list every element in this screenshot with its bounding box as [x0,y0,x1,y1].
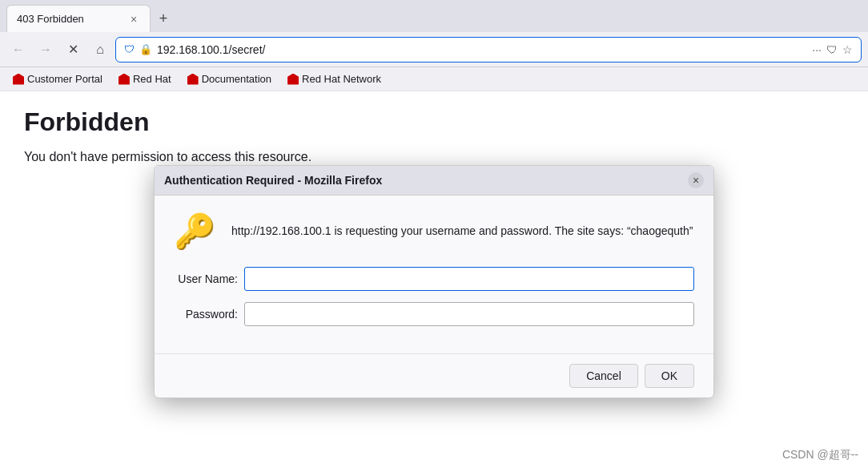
bookmark-star-icon[interactable]: ☆ [842,43,853,56]
back-button[interactable]: ← [6,38,30,62]
auth-dialog: Authentication Required - Mozilla Firefo… [154,165,714,398]
active-tab[interactable]: 403 Forbidden × [6,5,151,32]
key-icon: 🔑 [174,212,215,251]
address-actions: ··· 🛡 ☆ [812,43,853,56]
dialog-titlebar: Authentication Required - Mozilla Firefo… [155,166,713,196]
bookmark-red-hat[interactable]: Red Hat [112,71,178,87]
browser-window: 403 Forbidden × + ← → ✕ ⌂ 🛡 🔒 192.168.10… [0,0,868,472]
password-row: Password: [174,302,694,326]
lock-icon: 🔒 [139,43,152,55]
message-row: 🔑 http://192.168.100.1 is requesting you… [174,212,694,251]
dialog-footer: Cancel OK [155,353,713,397]
dialog-title: Authentication Required - Mozilla Firefo… [164,174,382,187]
new-tab-button[interactable]: + [152,7,175,30]
red-hat-network-favicon-icon [287,74,299,85]
modal-overlay: Authentication Required - Mozilla Firefo… [0,91,868,472]
bookmark-label: Customer Portal [27,73,102,85]
ok-button[interactable]: OK [645,364,694,388]
watermark-text: CSDN @超哥-- [782,448,858,461]
cancel-button[interactable]: Cancel [569,364,638,388]
bookmark-documentation[interactable]: Documentation [181,71,278,87]
bookmark-label: Red Hat [133,73,171,85]
bookmark-red-hat-network[interactable]: Red Hat Network [281,71,388,87]
dialog-body: 🔑 http://192.168.100.1 is requesting you… [155,196,713,353]
watermark: CSDN @超哥-- [782,448,858,462]
stop-button[interactable]: ✕ [61,38,85,62]
customer-portal-favicon-icon [13,74,24,85]
username-input[interactable] [244,267,694,291]
bookmarks-bar: Customer Portal Red Hat Documentation Re… [0,67,868,91]
password-input[interactable] [244,302,694,326]
security-shield-icon: 🛡 [124,43,135,55]
tab-bar: 403 Forbidden × + [0,0,868,32]
documentation-favicon-icon [187,74,199,85]
username-label: User Name: [174,272,238,285]
page-content: Forbidden You don't have permission to a… [0,91,868,472]
address-text: 192.168.100.1/secret/ [157,43,807,56]
navigation-bar: ← → ✕ ⌂ 🛡 🔒 192.168.100.1/secret/ ··· 🛡 … [0,32,868,67]
tab-close-button[interactable]: × [127,13,140,26]
tab-title: 403 Forbidden [17,13,121,25]
bookmark-customer-portal[interactable]: Customer Portal [6,71,109,87]
bookmark-label: Red Hat Network [302,73,381,85]
home-button[interactable]: ⌂ [88,38,112,62]
forward-button[interactable]: → [34,38,58,62]
password-label: Password: [174,308,238,321]
dialog-message: http://192.168.100.1 is requesting your … [231,223,693,240]
username-row: User Name: [174,267,694,291]
reader-shield-icon[interactable]: 🛡 [826,43,838,56]
bookmark-label: Documentation [202,73,271,85]
dialog-close-button[interactable]: × [688,172,704,188]
red-hat-favicon-icon [119,74,130,85]
more-options-icon[interactable]: ··· [812,43,822,56]
address-bar[interactable]: 🛡 🔒 192.168.100.1/secret/ ··· 🛡 ☆ [115,37,862,63]
